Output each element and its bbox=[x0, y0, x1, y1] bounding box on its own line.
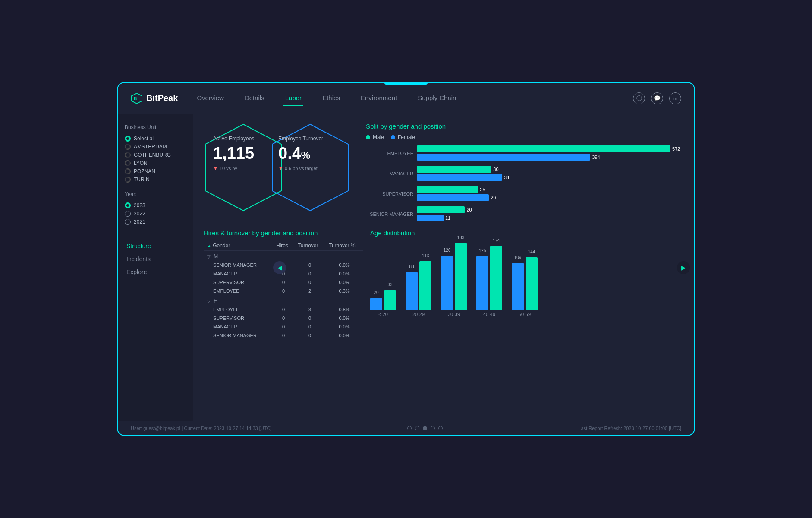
bar-40-49-green bbox=[490, 246, 502, 310]
col-turnover-pct: Turnover % bbox=[325, 241, 363, 251]
radio-2021 bbox=[125, 219, 131, 225]
year-label: Year: bbox=[125, 191, 186, 197]
page-dot-3[interactable] bbox=[423, 426, 427, 430]
nav-ethics[interactable]: Ethics bbox=[321, 91, 342, 106]
radio-gothenburg bbox=[125, 152, 131, 158]
manager-male-bar bbox=[417, 166, 491, 173]
bar-20-29-blue bbox=[406, 272, 418, 310]
female-dot bbox=[391, 135, 395, 139]
page-dot-1[interactable] bbox=[407, 426, 412, 430]
bu-turin[interactable]: TURIN bbox=[125, 177, 186, 183]
group-m-header: ▽ M bbox=[204, 251, 363, 261]
radio-select-all bbox=[125, 136, 131, 142]
employee-male-bar bbox=[417, 145, 670, 152]
page-dot-2[interactable] bbox=[415, 426, 419, 430]
senior-manager-male-bar bbox=[417, 206, 465, 213]
male-dot bbox=[366, 135, 370, 139]
age-label-40-49: 40-49 bbox=[483, 312, 495, 317]
col-turnover: Turnover bbox=[294, 241, 325, 251]
supervisor-male-bar bbox=[417, 186, 478, 193]
svg-marker-6 bbox=[126, 177, 130, 182]
bu-poznan[interactable]: POZNAN bbox=[125, 168, 186, 174]
hires-table-section: Hires & turnover by gender and position … bbox=[204, 229, 363, 412]
bar-50-59-blue bbox=[512, 263, 524, 310]
radio-2023 bbox=[125, 202, 131, 208]
gender-legend: Male Female bbox=[366, 134, 684, 140]
bar-row-supervisor: SUPERVISOR 25 29 bbox=[366, 186, 684, 201]
footer-refresh: Last Report Refresh: 2023-10-27 00:01:00… bbox=[579, 426, 681, 431]
hires-table: ▲ Gender Hires Turnover Turnover % bbox=[204, 241, 363, 340]
radio-amsterdam bbox=[125, 144, 131, 150]
group-f-header: ▽ F bbox=[204, 295, 363, 305]
bu-select-all[interactable]: Select all bbox=[125, 136, 186, 142]
bar-30-39-blue bbox=[441, 256, 453, 310]
footer: User: guest@bitpeak.pl | Current Date: 2… bbox=[118, 421, 694, 435]
footer-user: User: guest@bitpeak.pl | Current Date: 2… bbox=[131, 426, 271, 431]
table-row: MANAGER 0 0 0.0% bbox=[204, 322, 363, 331]
nav-labor[interactable]: Labor bbox=[283, 91, 303, 106]
age-chart-title: Age distribution bbox=[370, 229, 684, 237]
sidebar-item-incidents[interactable]: Incidents bbox=[125, 253, 186, 265]
legend-female: Female bbox=[391, 134, 415, 140]
svg-marker-3 bbox=[126, 153, 130, 157]
nav-supply-chain[interactable]: Supply Chain bbox=[416, 91, 458, 106]
linkedin-icon[interactable]: in bbox=[669, 92, 681, 104]
bar-50-59-green bbox=[526, 257, 538, 310]
prev-page-arrow[interactable]: ◀ bbox=[273, 261, 286, 274]
table-row: EMPLOYEE 0 2 0.3% bbox=[204, 287, 363, 295]
sidebar-item-structure[interactable]: Structure bbox=[125, 240, 186, 252]
age-group-under20: 20 33 < 20 bbox=[370, 290, 396, 317]
bar-30-39-green bbox=[455, 243, 467, 310]
nav-details[interactable]: Details bbox=[243, 91, 266, 106]
table-row: SUPERVISOR 0 0 0.0% bbox=[204, 278, 363, 287]
bu-amsterdam[interactable]: AMSTERDAM bbox=[125, 144, 186, 150]
employee-female-bar bbox=[417, 154, 590, 161]
nav-overview[interactable]: Overview bbox=[195, 91, 226, 106]
bar-20-29-green bbox=[419, 261, 431, 310]
page-dot-4[interactable] bbox=[431, 426, 435, 430]
bu-lyon[interactable]: LYON bbox=[125, 160, 186, 166]
radio-lyon bbox=[125, 160, 131, 166]
chat-icon[interactable]: 💬 bbox=[651, 92, 663, 104]
legend-male: Male bbox=[366, 134, 384, 140]
bu-gothenburg[interactable]: GOTHENBURG bbox=[125, 152, 186, 158]
bar-under20-blue bbox=[370, 298, 382, 310]
age-label-30-39: 30-39 bbox=[448, 312, 460, 317]
manager-female-bar bbox=[417, 174, 502, 181]
age-chart-section: Age distribution 20 33 bbox=[370, 229, 684, 412]
age-group-20-29: 88 113 20-29 bbox=[406, 261, 431, 317]
radio-poznan bbox=[125, 168, 131, 174]
year-2021[interactable]: 2021 bbox=[125, 219, 186, 225]
svg-text:B: B bbox=[134, 96, 137, 101]
bar-40-49-blue bbox=[476, 256, 488, 310]
svg-marker-5 bbox=[126, 169, 130, 174]
bar-row-manager: MANAGER 30 34 bbox=[366, 166, 684, 181]
radio-turin bbox=[125, 177, 131, 183]
pagination bbox=[407, 426, 443, 430]
age-label-20-29: 20-29 bbox=[412, 312, 425, 317]
year-2022[interactable]: 2022 bbox=[125, 211, 186, 217]
year-2023[interactable]: 2023 bbox=[125, 202, 186, 208]
logo-icon: B bbox=[131, 92, 143, 104]
main-nav: Overview Details Labor Ethics Environmen… bbox=[195, 91, 633, 106]
svg-marker-2 bbox=[126, 145, 130, 149]
age-group-50-59: 109 144 50-59 bbox=[512, 257, 538, 317]
col-gender[interactable]: ▲ Gender bbox=[204, 241, 273, 251]
business-unit-label: Business Unit: bbox=[125, 124, 186, 130]
svg-marker-4 bbox=[126, 161, 130, 165]
business-unit-group: Select all AMSTERDAM GOTHENBURG bbox=[125, 136, 186, 183]
sidebar-nav: Structure Incidents Explore bbox=[125, 240, 186, 278]
main-content: Business Unit: Select all AMSTERDAM G bbox=[118, 114, 694, 421]
active-employees-value: 1,115 bbox=[213, 145, 274, 161]
radio-2022 bbox=[125, 211, 131, 217]
employee-turnover-hex: Employee Turnover 0.4% ▼ 0.6 pp vs targe… bbox=[271, 123, 350, 215]
hires-table-title: Hires & turnover by gender and position bbox=[204, 229, 363, 237]
info-icon[interactable]: ⓘ bbox=[633, 92, 645, 104]
senior-manager-female-bar bbox=[417, 215, 444, 221]
sidebar-item-explore[interactable]: Explore bbox=[125, 266, 186, 278]
page-dot-5[interactable] bbox=[438, 426, 443, 430]
sidebar: Business Unit: Select all AMSTERDAM G bbox=[118, 114, 193, 421]
table-row: EMPLOYEE 0 3 0.8% bbox=[204, 305, 363, 314]
app-frame: B BitPeak Overview Details Labor Ethics … bbox=[117, 82, 695, 436]
nav-environment[interactable]: Environment bbox=[359, 91, 399, 106]
